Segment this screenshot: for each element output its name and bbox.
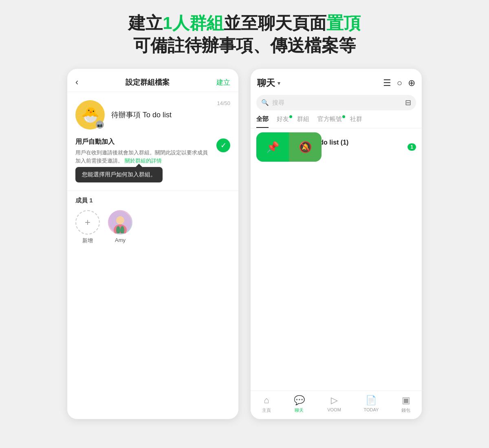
tooltip-bubble: 您能選擇用戶如何加入群組。	[75, 167, 163, 182]
avatar-camera-icon[interactable]: 📷	[96, 121, 104, 129]
header-highlight2: 置頂	[326, 13, 361, 33]
pin-button[interactable]: 📌	[256, 132, 289, 162]
add-member-label: 新增	[82, 237, 93, 244]
back-button[interactable]: ‹	[75, 77, 78, 88]
members-section: 成員 1 + 新增	[67, 191, 238, 250]
group-avatar[interactable]: 🐣 📷	[75, 100, 105, 130]
nav-home-label: 主頁	[262, 407, 271, 413]
mute-icon: 🔕	[299, 141, 312, 154]
menu-icon[interactable]: ☰	[383, 78, 391, 88]
members-title: 成員 1	[75, 197, 230, 204]
chat-title: 聊天	[257, 77, 275, 89]
member-name-amy: Amy	[115, 237, 126, 243]
create-button[interactable]: 建立	[216, 78, 230, 87]
filter-icon[interactable]: ⊟	[405, 98, 411, 107]
search-icon: 🔍	[261, 99, 269, 106]
add-member-button[interactable]: +	[75, 210, 100, 235]
tab-groups[interactable]: 群組	[297, 115, 309, 128]
autojoin-link[interactable]: 關於群組的詳情	[125, 158, 162, 164]
search-topbar-icon[interactable]: ○	[397, 78, 402, 88]
tab-friends[interactable]: 好友	[277, 115, 289, 128]
group-info: 🐣 📷 待辦事項 To do list 14/50	[67, 92, 238, 134]
member-avatar-img	[108, 210, 132, 235]
autojoin-title: 用戶自動加入	[75, 138, 212, 146]
autojoin-toggle[interactable]: ✓	[216, 138, 230, 152]
autojoin-section: 用戶自動加入 用戶在收到邀請後就會加入群組。關閉此設定以要求成員加入前需接受邀請…	[67, 134, 238, 191]
left-topbar: ‹ 設定群組檔案 建立	[67, 69, 238, 92]
svg-point-3	[117, 216, 123, 223]
wallet-icon: ▣	[402, 395, 410, 406]
right-panel: 聊天 ▾ ☰ ○ ⊕ 🔍 搜尋 ⊟ 全部 好友 群組 官方帳號 社群	[251, 69, 422, 419]
group-name-input[interactable]: 待辦事項 To do list	[111, 110, 230, 120]
autojoin-text-col: 用戶自動加入 用戶在收到邀請後就會加入群組。關閉此設定以要求成員加入前需接受邀請…	[75, 138, 216, 165]
nav-home[interactable]: ⌂ 主頁	[262, 395, 271, 413]
right-topbar: 聊天 ▾ ☰ ○ ⊕	[251, 69, 422, 95]
voom-icon: ▷	[331, 395, 338, 406]
pin-icon: 📌	[266, 141, 279, 154]
nav-today[interactable]: 📄 TODAY	[364, 395, 379, 413]
bottom-nav: ⌂ 主頁 💬 聊天 ▷ VOOM 📄 TODAY ▣ 錢包	[251, 391, 422, 419]
overlay-action-buttons: 📌 🔕	[256, 132, 322, 162]
unread-count-badge: 1	[408, 143, 416, 151]
left-panel: ‹ 設定群組檔案 建立 🐣 📷 待辦事項 To do list 14/50 用戶…	[67, 69, 238, 419]
add-member-item[interactable]: + 新增	[75, 210, 100, 244]
member-avatar-amy	[108, 210, 132, 235]
nav-voom-label: VOOM	[327, 407, 341, 412]
friends-tab-dot	[289, 115, 292, 118]
search-input[interactable]: 搜尋	[272, 99, 402, 107]
header-line2: 可備註待辦事項、傳送檔案等	[0, 35, 489, 57]
nav-chat-label: 聊天	[295, 407, 304, 413]
member-item-amy: Amy	[108, 210, 132, 244]
header-line1: 建立1人群組並至聊天頁面置頂	[0, 12, 489, 35]
mute-button[interactable]: 🔕	[289, 132, 322, 162]
home-icon: ⌂	[264, 395, 269, 406]
nav-wallet-label: 錢包	[401, 407, 410, 413]
nav-chat[interactable]: 💬 聊天	[294, 395, 305, 413]
tab-community[interactable]: 社群	[350, 115, 362, 128]
members-grid: + 新增	[75, 210, 230, 244]
nav-wallet[interactable]: ▣ 錢包	[401, 395, 410, 413]
topbar-icons: ☰ ○ ⊕	[383, 78, 415, 88]
header-part2: 並至聊天頁面	[224, 13, 326, 33]
header-section: 建立1人群組並至聊天頁面置頂 可備註待辦事項、傳送檔案等	[0, 0, 489, 65]
add-chat-icon[interactable]: ⊕	[408, 78, 415, 88]
dropdown-arrow-icon[interactable]: ▾	[278, 80, 280, 86]
official-tab-dot	[342, 115, 345, 118]
header-part1: 建立	[128, 13, 163, 33]
header-highlight1: 1人群組	[163, 13, 223, 33]
chat-item-right: 1	[408, 143, 416, 151]
chat-tabs: 全部 好友 群組 官方帳號 社群	[251, 115, 422, 128]
tab-official[interactable]: 官方帳號	[317, 115, 342, 128]
today-icon: 📄	[366, 395, 377, 406]
left-panel-title: 設定群組檔案	[126, 77, 170, 87]
char-count: 14/50	[217, 100, 230, 106]
panels-container: ‹ 設定群組檔案 建立 🐣 📷 待辦事項 To do list 14/50 用戶…	[0, 65, 489, 423]
avatar-emoji: 🐣	[81, 106, 99, 123]
autojoin-row: 用戶自動加入 用戶在收到邀請後就會加入群組。關閉此設定以要求成員加入前需接受邀請…	[75, 138, 230, 165]
chat-list-area: 🐣 待辦事項 To do list (1) 照片已傳送。 1	[251, 128, 422, 166]
autojoin-desc: 用戶在收到邀請後就會加入群組。關閉此設定以要求成員加入前需接受邀請。 關於群組的…	[75, 149, 212, 165]
tab-all[interactable]: 全部	[256, 115, 269, 128]
chat-nav-icon: 💬	[294, 395, 305, 406]
search-bar[interactable]: 🔍 搜尋 ⊟	[256, 95, 416, 110]
nav-today-label: TODAY	[364, 407, 379, 412]
chat-title-row: 聊天 ▾	[257, 77, 280, 89]
nav-voom[interactable]: ▷ VOOM	[327, 395, 341, 413]
